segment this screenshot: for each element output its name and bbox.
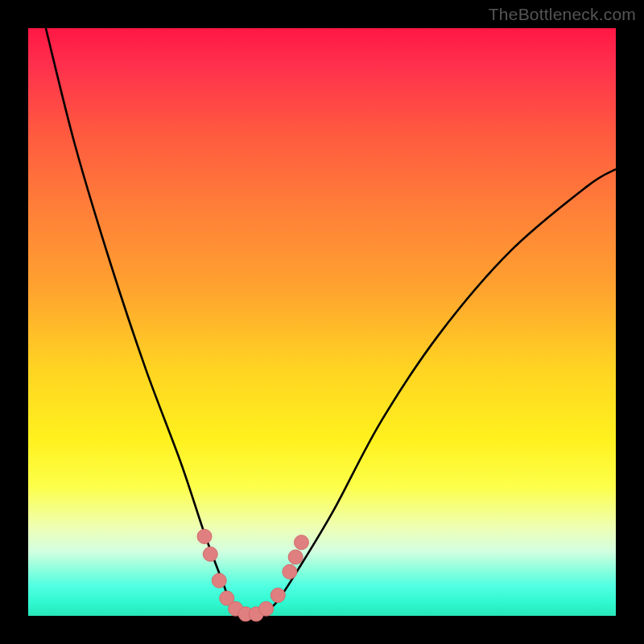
highlight-dot xyxy=(288,550,303,564)
highlight-dot xyxy=(203,547,217,561)
highlight-dot xyxy=(283,564,297,579)
highlight-dot xyxy=(259,601,274,616)
highlight-dots xyxy=(197,529,308,621)
curve-layer xyxy=(28,28,616,616)
watermark-text: TheBottleneck.com xyxy=(489,5,636,24)
bottleneck-curve xyxy=(46,28,616,617)
highlight-dot xyxy=(212,573,226,588)
highlight-dot xyxy=(294,535,308,550)
highlight-dot xyxy=(270,588,285,602)
highlight-dot xyxy=(197,529,212,543)
chart-frame: TheBottleneck.com xyxy=(0,0,644,644)
